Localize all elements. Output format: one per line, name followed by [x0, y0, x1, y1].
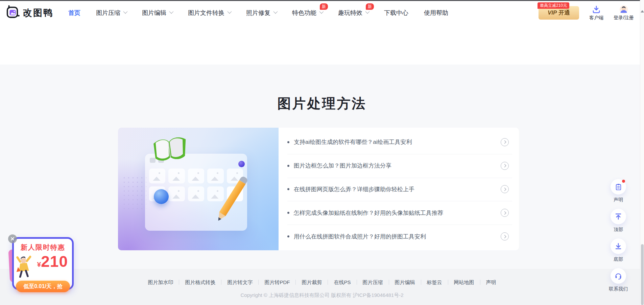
footer-link-watermark[interactable]: 图片加水印: [142, 280, 179, 285]
nav-item-label: 图片压缩: [96, 9, 120, 17]
clipboard-icon[interactable]: [611, 179, 626, 195]
chevron-down-icon: [228, 9, 232, 14]
nav-item-label: 首页: [68, 9, 80, 17]
footer-link-compress[interactable]: 图片压缩: [357, 280, 389, 285]
nav-item-file-convert[interactable]: 图片文件转换: [188, 9, 231, 17]
floating-label: 声明: [614, 197, 623, 203]
arrow-to-bottom-icon[interactable]: [611, 238, 626, 254]
promo-title: 新人限时特惠: [14, 243, 72, 252]
nav-item-label: 图片文件转换: [188, 9, 224, 17]
notification-dot: [622, 180, 625, 183]
article-title[interactable]: 支持ai绘图生成的软件有哪些？ai绘画工具安利: [294, 138, 412, 146]
photo-thumbnail: [168, 186, 185, 201]
article-title[interactable]: 在线拼图网页版怎么弄？详细步骤助你轻松上手: [294, 185, 414, 193]
nav-item-special-features[interactable]: 特色功能 新: [292, 9, 323, 17]
bullet-dot: [287, 141, 289, 143]
dots-pattern: [122, 176, 148, 212]
brand-logo[interactable]: 改图鸭: [5, 5, 53, 21]
nav-item-fun-effects[interactable]: 趣玩特效 新: [338, 9, 368, 17]
nav-item-photo-repair[interactable]: 照片修复: [246, 9, 277, 17]
footer-link-edit[interactable]: 图片编辑: [389, 280, 421, 285]
bullet-dot: [287, 212, 289, 214]
article-title[interactable]: 怎样完成头像加贴纸在线制作？好用的头像加贴纸工具推荐: [294, 209, 443, 217]
nav-item-label: 特色功能: [292, 9, 316, 17]
chevron-right-icon[interactable]: [501, 209, 509, 217]
bullet-dot: [287, 165, 289, 167]
promo-amount: 210: [41, 254, 68, 269]
brand-logo-icon: [5, 5, 20, 21]
footer-link-statement[interactable]: 声明: [480, 280, 502, 285]
scrollbar-thumb[interactable]: [641, 244, 644, 305]
chevron-down-icon: [319, 9, 324, 14]
avatar-icon: [619, 5, 628, 14]
photo-thumbnail: [188, 186, 204, 201]
nav-item-label: 下载中心: [384, 9, 408, 17]
article-item[interactable]: 图片边框怎么加？图片加边框方法分享: [279, 154, 519, 178]
chevron-right-icon[interactable]: [501, 138, 509, 146]
promo-popup: 新人限时特惠 ¥ 210 低至0.01/天，抢: [8, 234, 79, 299]
floating-top-button[interactable]: 顶部: [611, 209, 626, 233]
chevron-down-icon: [365, 9, 370, 14]
chevron-down-icon: [273, 9, 278, 14]
footer-link-online-ps[interactable]: 在线PS: [328, 280, 357, 285]
chevron-right-icon[interactable]: [501, 232, 509, 240]
article-item[interactable]: 怎样完成头像加贴纸在线制作？好用的头像加贴纸工具推荐: [279, 201, 519, 225]
methods-section: 图片处理方法: [0, 65, 644, 269]
promo-cta-button[interactable]: 低至0.01/天，抢: [16, 281, 70, 292]
nav-item-image-compress[interactable]: 图片压缩: [96, 9, 126, 17]
vip-word: VIP: [548, 9, 557, 16]
brand-name: 改图鸭: [23, 7, 53, 19]
vip-action: 开通: [558, 9, 570, 17]
footer-link-sitemap[interactable]: 网站地图: [448, 280, 480, 285]
login-register[interactable]: 登录/注册: [614, 5, 634, 21]
article-list: 支持ai绘图生成的软件有哪些？ai绘画工具安利 图片边框怎么加？图片加边框方法分…: [279, 128, 519, 250]
navbar-right: 最高立减210元 VIP 开通 客户端: [539, 5, 634, 21]
article-item[interactable]: 支持ai绘图生成的软件有哪些？ai绘画工具安利: [279, 130, 519, 154]
new-badge: 新: [320, 3, 328, 10]
chevron-down-icon: [123, 9, 128, 14]
floating-statement-button[interactable]: 声明: [611, 179, 626, 203]
currency-symbol: ¥: [37, 260, 41, 269]
nav-item-download-center[interactable]: 下载中心: [384, 9, 408, 17]
nav-item-label: 使用帮助: [424, 9, 448, 17]
article-title[interactable]: 用什么在线拼图软件合成照片？好用的拼图工具安利: [294, 233, 426, 240]
floating-toolbar: 声明 顶部 底部: [609, 179, 628, 298]
promo-price: ¥ 210: [37, 254, 68, 269]
article-item[interactable]: 在线拼图网页版怎么弄？详细步骤助你轻松上手: [279, 178, 519, 201]
floating-label: 底部: [614, 256, 623, 262]
arrow-to-top-icon[interactable]: [611, 209, 626, 224]
client-download[interactable]: 客户端: [589, 5, 603, 21]
download-icon: [592, 5, 601, 14]
footer-link-format-convert[interactable]: 图片格式转换: [179, 280, 221, 285]
chevron-right-icon[interactable]: [501, 185, 509, 193]
footer-link-tag-cloud[interactable]: 标签云: [421, 280, 448, 285]
top-navbar: 改图鸭 首页 图片压缩 图片编辑 图片文件转换 照片修复: [0, 1, 644, 25]
article-item[interactable]: 用什么在线拼图软件合成照片？好用的拼图工具安利: [279, 225, 519, 248]
footer-link-crop[interactable]: 图片裁剪: [296, 280, 328, 285]
section-title: 图片处理方法: [0, 94, 644, 113]
nav-item-help[interactable]: 使用帮助: [424, 9, 448, 17]
footer-link-image-to-text[interactable]: 图片转文字: [221, 280, 259, 285]
page: 改图鸭 首页 图片压缩 图片编辑 图片文件转换 照片修复: [0, 0, 644, 305]
nav-item-home[interactable]: 首页: [68, 9, 80, 17]
floating-contact-button[interactable]: 联系我们: [609, 268, 628, 292]
article-title[interactable]: 图片边框怎么加？图片加边框方法分享: [294, 162, 391, 170]
footer-link-image-to-pdf[interactable]: 图片转PDF: [259, 280, 296, 285]
close-icon[interactable]: [8, 234, 17, 243]
photo-thumbnail: [207, 186, 223, 201]
photo-thumbnail: [149, 169, 165, 183]
nav-item-label: 趣玩特效: [338, 9, 362, 17]
headset-icon[interactable]: [611, 268, 626, 284]
photo-thumbnail: [168, 169, 185, 183]
nav-item-image-edit[interactable]: 图片编辑: [142, 9, 172, 17]
scrollbar-up-arrow[interactable]: [641, 10, 644, 12]
vip-area: 最高立减210元 VIP 开通: [539, 6, 579, 20]
promo-card[interactable]: 新人限时特惠 ¥ 210 低至0.01/天，抢: [12, 237, 74, 290]
scrollbar: [640, 0, 644, 305]
floating-label: 顶部: [614, 227, 623, 233]
footer-links: 图片加水印 图片格式转换 图片转文字 图片转PDF 图片裁剪 在线PS 图片压缩…: [142, 280, 502, 285]
purple-sphere: [238, 161, 245, 167]
chevron-right-icon[interactable]: [501, 162, 509, 170]
floating-bottom-button[interactable]: 底部: [611, 238, 626, 262]
main-nav: 首页 图片压缩 图片编辑 图片文件转换 照片修复 特色功能 新: [68, 9, 448, 17]
